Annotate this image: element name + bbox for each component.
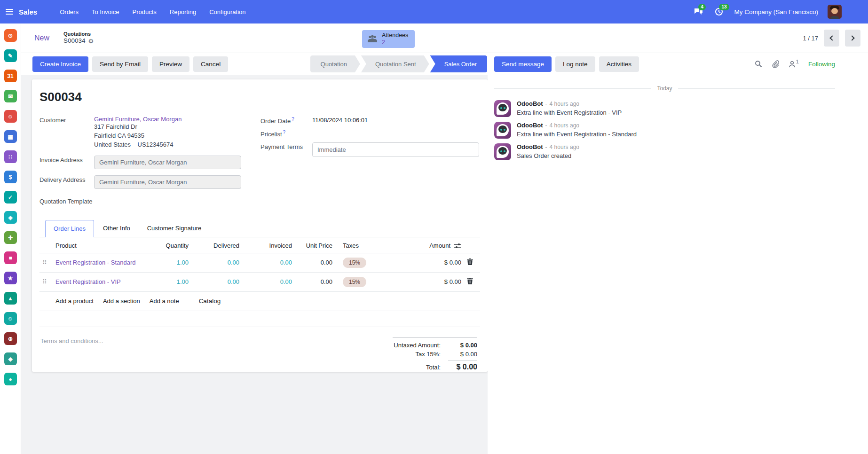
- delivery-address-input[interactable]: Gemini Furniture, Oscar Morgan: [94, 175, 241, 189]
- menu-configuration[interactable]: Configuration: [209, 8, 245, 16]
- app-icon-todo[interactable]: ✓: [4, 191, 17, 204]
- activities-button[interactable]: Activities: [599, 56, 639, 72]
- status-sales-order[interactable]: Sales Order: [430, 55, 487, 72]
- menu-reporting[interactable]: Reporting: [170, 8, 196, 16]
- app-icon-dashboards[interactable]: ▦: [4, 130, 17, 143]
- cancel-button[interactable]: Cancel: [193, 56, 228, 72]
- customer-link[interactable]: Gemini Furniture, Oscar Morgan: [94, 116, 181, 123]
- order-line-row[interactable]: ⠿ Event Registration - VIP 1.00 0.00 0.0…: [39, 272, 480, 291]
- col-product[interactable]: Product: [53, 237, 152, 253]
- col-amount[interactable]: Amount: [410, 237, 464, 253]
- sale-order-sheet: S00034 Customer Gemini Furniture, Oscar …: [32, 79, 488, 372]
- app-icon-apps[interactable]: ∷: [4, 150, 17, 163]
- delete-line-icon[interactable]: [467, 258, 473, 265]
- menu-to-invoice[interactable]: To Invoice: [92, 8, 119, 16]
- menu-products[interactable]: Products: [132, 8, 156, 16]
- top-navbar: Sales Orders To Invoice Products Reporti…: [0, 0, 868, 23]
- col-invoiced[interactable]: Invoiced: [242, 237, 295, 253]
- add-section-link[interactable]: Add a section: [103, 297, 140, 305]
- user-avatar[interactable]: [828, 5, 842, 19]
- menu-orders[interactable]: Orders: [60, 8, 79, 16]
- app-icon-calendar[interactable]: 31: [4, 70, 17, 82]
- col-taxes[interactable]: Taxes: [335, 237, 410, 253]
- delivered-cell[interactable]: 0.00: [191, 253, 242, 272]
- create-invoice-button[interactable]: Create Invoice: [32, 56, 88, 72]
- attendees-label: Attendees: [382, 32, 408, 39]
- messages-badge: 4: [698, 4, 706, 10]
- invoice-address-input[interactable]: Gemini Furniture, Oscar Morgan: [94, 156, 241, 169]
- unit-price-cell[interactable]: 0.00: [295, 272, 335, 291]
- following-toggle[interactable]: Following: [808, 61, 835, 68]
- activities-icon[interactable]: 13: [713, 7, 725, 17]
- order-date-value[interactable]: 11/08/2024 10:06:01: [312, 116, 368, 125]
- navbar-systray: 4 13 My Company (San Francisco): [693, 5, 842, 19]
- tab-customer-signature[interactable]: Customer Signature: [139, 220, 210, 237]
- col-quantity[interactable]: Quantity: [152, 237, 191, 253]
- attachments-icon[interactable]: [772, 60, 779, 68]
- status-quotation-sent[interactable]: Quotation Sent: [361, 55, 429, 72]
- log-note-button[interactable]: Log note: [555, 56, 595, 72]
- status-quotation[interactable]: Quotation: [310, 55, 360, 72]
- drag-handle-icon[interactable]: ⠿: [42, 278, 47, 285]
- breadcrumb-quotations-link[interactable]: Quotations: [63, 31, 94, 38]
- quantity-cell[interactable]: 1.00: [152, 253, 191, 272]
- terms-input[interactable]: Terms and conditions...: [40, 337, 238, 372]
- invoiced-cell[interactable]: 0.00: [242, 253, 295, 272]
- pager-counter: 1 / 17: [803, 35, 818, 42]
- company-switcher[interactable]: My Company (San Francisco): [734, 8, 818, 16]
- add-note-link[interactable]: Add a note: [150, 297, 179, 305]
- messages-icon[interactable]: 4: [693, 7, 704, 17]
- col-delivered[interactable]: Delivered: [191, 237, 242, 253]
- invoiced-cell[interactable]: 0.00: [242, 272, 295, 291]
- app-icon-website[interactable]: ⊕: [4, 332, 17, 345]
- app-icon-documents[interactable]: ✚: [4, 231, 17, 244]
- catalog-link[interactable]: Catalog: [199, 297, 221, 305]
- app-icon-attendance[interactable]: ■: [4, 251, 17, 264]
- order-date-label: Order Date?: [260, 116, 312, 125]
- app-icon-knowledge[interactable]: ✎: [4, 49, 17, 62]
- app-icon-helpdesk[interactable]: ●: [4, 373, 17, 385]
- total-label: Total:: [426, 364, 441, 371]
- app-icon-inventory[interactable]: ◈: [4, 211, 17, 224]
- unit-price-cell[interactable]: 0.00: [295, 253, 335, 272]
- drag-handle-icon[interactable]: ⠿: [42, 259, 47, 266]
- message-author: OdooBot: [517, 143, 543, 150]
- app-icon-events[interactable]: ★: [4, 272, 17, 284]
- send-by-email-button[interactable]: Send by Email: [92, 56, 148, 72]
- app-icon-employees[interactable]: ☺: [4, 312, 17, 325]
- app-icon-accounting[interactable]: ▲: [4, 292, 17, 305]
- add-product-link[interactable]: Add a product: [55, 297, 94, 305]
- app-icon-crm[interactable]: ⊙: [4, 29, 17, 42]
- gear-icon[interactable]: ⚙: [88, 38, 94, 45]
- attendees-button[interactable]: Attendees 2: [362, 30, 415, 48]
- delete-line-icon[interactable]: [467, 278, 473, 284]
- breadcrumb-new[interactable]: New: [34, 34, 49, 42]
- search-messages-icon[interactable]: [755, 60, 762, 68]
- tab-other-info[interactable]: Other Info: [95, 220, 138, 237]
- tax-badge[interactable]: 15%: [343, 277, 366, 287]
- tax-badge[interactable]: 15%: [343, 258, 366, 268]
- app-name[interactable]: Sales: [19, 8, 37, 16]
- message-body: Sales Order created: [517, 152, 579, 159]
- app-icon-discuss[interactable]: ✉: [4, 90, 17, 102]
- quantity-cell[interactable]: 1.00: [152, 272, 191, 291]
- pager-next-button[interactable]: [845, 30, 860, 47]
- app-icon-sales[interactable]: $: [4, 171, 17, 183]
- tab-order-lines[interactable]: Order Lines: [45, 220, 94, 237]
- product-cell[interactable]: Event Registration - VIP: [55, 278, 121, 285]
- payment-terms-input[interactable]: Immediate: [312, 142, 479, 157]
- pager-previous-button[interactable]: [824, 30, 839, 47]
- order-line-row[interactable]: ⠿ Event Registration - Standard 1.00 0.0…: [39, 253, 480, 272]
- preview-button[interactable]: Preview: [152, 56, 189, 72]
- send-message-button[interactable]: Send message: [494, 56, 552, 72]
- chatter-message: OdooBot - 4 hours ago Extra line with Ev…: [494, 122, 835, 139]
- product-cell[interactable]: Event Registration - Standard: [55, 259, 136, 266]
- optional-columns-icon[interactable]: [454, 243, 461, 249]
- app-icon-contacts[interactable]: ☺: [4, 110, 17, 123]
- app-icon-recruitment[interactable]: ◆: [4, 352, 17, 365]
- hamburger-menu-icon[interactable]: [6, 9, 13, 15]
- delivered-cell[interactable]: 0.00: [191, 272, 242, 291]
- notebook-tabs: Order Lines Other Info Customer Signatur…: [39, 220, 480, 237]
- followers-icon[interactable]: 1: [789, 61, 799, 68]
- col-unit-price[interactable]: Unit Price: [295, 237, 335, 253]
